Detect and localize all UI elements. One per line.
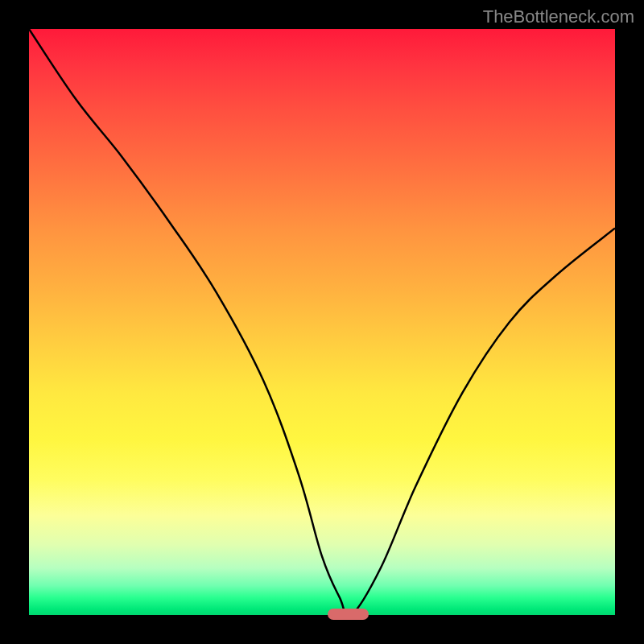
watermark-label: TheBottleneck.com xyxy=(483,6,634,27)
bottleneck-curve xyxy=(29,29,615,615)
chart-plot-area xyxy=(29,29,615,615)
optimal-range-marker xyxy=(328,609,369,620)
